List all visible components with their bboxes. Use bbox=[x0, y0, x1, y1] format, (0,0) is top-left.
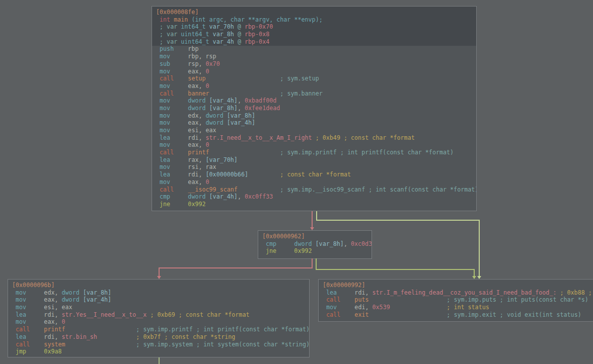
asm-token: system bbox=[44, 341, 65, 348]
asm-line[interactable]: mov dword [var_4h], 0xbadf00d bbox=[156, 97, 476, 105]
asm-line[interactable]: call printf ; sym.imp.printf ; int print… bbox=[156, 149, 476, 156]
asm-token: lea bbox=[156, 134, 188, 141]
asm-token: rdi, bbox=[188, 134, 205, 141]
asm-line[interactable]: mov eax, dword [var_4h] bbox=[12, 296, 309, 304]
asm-line[interactable]: int main (int argc, char **argv, char **… bbox=[156, 16, 476, 24]
asm-token: lea bbox=[156, 156, 188, 163]
asm-line[interactable]: lea rdi, str.I_m_feeling_dead__coz_you_s… bbox=[323, 289, 593, 297]
asm-token: 0xbadf00d bbox=[245, 97, 276, 104]
asm-token: rsp, bbox=[188, 60, 205, 67]
asm-token: mov bbox=[156, 119, 188, 126]
asm-line[interactable]: mov eax, 0 bbox=[12, 318, 309, 326]
asm-token: printf bbox=[188, 149, 209, 156]
asm-line[interactable]: mov eax, 0 bbox=[156, 141, 476, 149]
asm-line[interactable]: jne 0x992 bbox=[262, 247, 372, 255]
asm-token: edx, bbox=[44, 289, 61, 296]
basic-block-0x000008fe[interactable]: [0x000008fe] int main (int argc, char **… bbox=[152, 6, 477, 211]
asm-token: (int argc, char **argv, char **envp); bbox=[191, 16, 322, 23]
asm-line[interactable]: mov edx, dword [var_8h] bbox=[156, 112, 476, 120]
asm-token: , bbox=[238, 193, 245, 200]
asm-token: [var_4h] bbox=[209, 97, 238, 104]
asm-line[interactable]: call puts ; sym.imp.puts ; int puts(cons… bbox=[323, 296, 593, 304]
asm-line[interactable]: call __isoc99_scanf ; sym.imp.__isoc99_s… bbox=[156, 186, 476, 194]
asm-token: 0x9a8 bbox=[44, 348, 61, 355]
asm-token: , bbox=[238, 97, 245, 104]
asm-token: ; 0xb49 ; const char *format bbox=[312, 134, 415, 141]
asm-line[interactable]: [0x000008fe] bbox=[156, 9, 476, 16]
asm-token: main bbox=[174, 16, 191, 23]
asm-line[interactable]: sub rsp, 0x70 bbox=[156, 60, 476, 68]
asm-line[interactable]: lea rdi, str.bin_sh ; 0xb7f ; const char… bbox=[12, 333, 309, 341]
asm-line[interactable]: lea rdi, [0x00000b66] ; const char *form… bbox=[156, 171, 476, 178]
asm-line[interactable]: call setup ; sym.setup bbox=[156, 75, 476, 82]
basic-block-0x0000096b[interactable]: [0x0000096b] mov edx, dword [var_8h] mov… bbox=[8, 279, 310, 357]
asm-line[interactable]: [0x00000962] bbox=[262, 233, 372, 240]
asm-token: lea bbox=[156, 171, 188, 178]
edge-true-0x8fe-to-0x992-segment bbox=[316, 220, 480, 221]
asm-line[interactable]: jmp 0x9a8 bbox=[12, 348, 309, 355]
asm-line[interactable]: mov rbp, rsp bbox=[156, 53, 476, 60]
asm-line[interactable]: mov esi, eax bbox=[156, 127, 476, 134]
asm-token: 0 bbox=[206, 178, 209, 186]
asm-token: 0xc0ff33 bbox=[245, 193, 273, 200]
asm-token: __isoc99_scanf bbox=[188, 186, 238, 193]
asm-line[interactable]: mov eax, 0 bbox=[156, 68, 476, 75]
asm-line[interactable]: call banner ; sym.banner bbox=[156, 90, 476, 98]
asm-token bbox=[209, 149, 280, 156]
asm-line[interactable]: mov eax, 0 bbox=[156, 178, 476, 186]
asm-line[interactable]: cmp dword [var_8h], 0xc0d3 bbox=[262, 240, 372, 248]
asm-line[interactable]: call printf ; sym.imp.printf ; int print… bbox=[12, 326, 309, 333]
asm-token: lea bbox=[323, 289, 354, 296]
asm-token: , bbox=[344, 240, 351, 247]
asm-line[interactable]: [0x00000992] bbox=[323, 282, 593, 289]
asm-line[interactable]: mov edx, dword [var_8h] bbox=[12, 289, 309, 297]
asm-line[interactable]: mov eax, 0 bbox=[156, 82, 476, 90]
asm-line[interactable]: cmp dword [var_4h], 0xc0ff33 bbox=[156, 193, 476, 201]
asm-line[interactable]: call exit ; sym.imp.exit ; void exit(int… bbox=[323, 311, 593, 319]
asm-line[interactable]: lea rdi, str.Yes__I_need__x_to__x ; 0xb6… bbox=[12, 311, 309, 319]
edge-true-0x962-to-0x992-segment bbox=[474, 269, 475, 276]
asm-token: ; 0xb69 ; const char *format bbox=[146, 311, 249, 318]
asm-token: ; var bbox=[156, 38, 181, 45]
basic-block-0x00000992[interactable]: [0x00000992] lea rdi, str.I_m_feeling_de… bbox=[318, 279, 593, 322]
asm-line[interactable]: lea rdi, str.I_need__x_to__x_Am_I_right … bbox=[156, 134, 476, 142]
asm-token: rbp-0x8 bbox=[245, 31, 269, 38]
asm-token: 0 bbox=[62, 318, 65, 325]
asm-line[interactable]: mov dword [var_8h], 0xfee1dead bbox=[156, 105, 476, 112]
asm-token: ; 0xb88 ; const char *s bbox=[556, 289, 593, 296]
asm-token: str.I_need__x_to__x_Am_I_right bbox=[206, 134, 312, 141]
asm-line[interactable]: jne 0x992 bbox=[156, 201, 476, 208]
edge-true-0x962-to-0x992-segment bbox=[316, 258, 317, 269]
edge-arrowhead bbox=[472, 276, 476, 279]
asm-token: ; const char *format bbox=[280, 171, 351, 178]
asm-token: banner bbox=[188, 90, 209, 97]
asm-line[interactable]: mov rsi, rax bbox=[156, 163, 476, 171]
asm-line[interactable]: mov esi, eax bbox=[12, 304, 309, 311]
asm-token: mov bbox=[156, 163, 188, 170]
asm-line[interactable]: ; var uint64_t var_8h @ rbp-0x8 bbox=[156, 31, 476, 38]
asm-token: edi, bbox=[354, 304, 372, 311]
asm-line[interactable]: [0x0000096b] bbox=[12, 282, 309, 289]
asm-token: call bbox=[156, 90, 188, 97]
asm-token bbox=[206, 75, 280, 82]
asm-token: ; sym.imp.exit ; void exit(int status) bbox=[447, 311, 581, 318]
asm-line[interactable]: ; var int64_t var_70h @ rbp-0x70 bbox=[156, 23, 476, 31]
edge-false-0x962-to-0x96b-segment bbox=[159, 267, 313, 268]
asm-token: ; sym.imp.puts ; int puts(const char *s) bbox=[447, 296, 588, 303]
asm-line[interactable]: mov eax, dword [var_4h] bbox=[156, 119, 476, 127]
asm-token: jmp bbox=[12, 348, 44, 355]
graph-canvas[interactable]: [0x000008fe] int main (int argc, char **… bbox=[0, 0, 593, 364]
asm-token: rbp-0x4 bbox=[245, 38, 269, 45]
asm-token: printf bbox=[44, 326, 65, 333]
asm-token: ; int status bbox=[447, 304, 489, 311]
asm-line[interactable]: push rbp bbox=[156, 45, 476, 53]
asm-token bbox=[369, 311, 447, 318]
asm-token bbox=[238, 186, 280, 193]
asm-line[interactable]: lea rax, [var_70h] bbox=[156, 156, 476, 164]
asm-token: call bbox=[156, 186, 188, 193]
basic-block-0x00000962[interactable]: [0x00000962] cmp dword [var_8h], 0xc0d3 … bbox=[258, 230, 372, 259]
asm-line[interactable]: call system ; sym.imp.system ; int syste… bbox=[12, 341, 309, 348]
asm-line[interactable]: mov edi, 0x539 ; int status bbox=[323, 304, 593, 311]
asm-token: eax, bbox=[44, 318, 61, 325]
asm-line[interactable]: ; var uint64_t var_4h @ rbp-0x4 bbox=[156, 38, 476, 46]
